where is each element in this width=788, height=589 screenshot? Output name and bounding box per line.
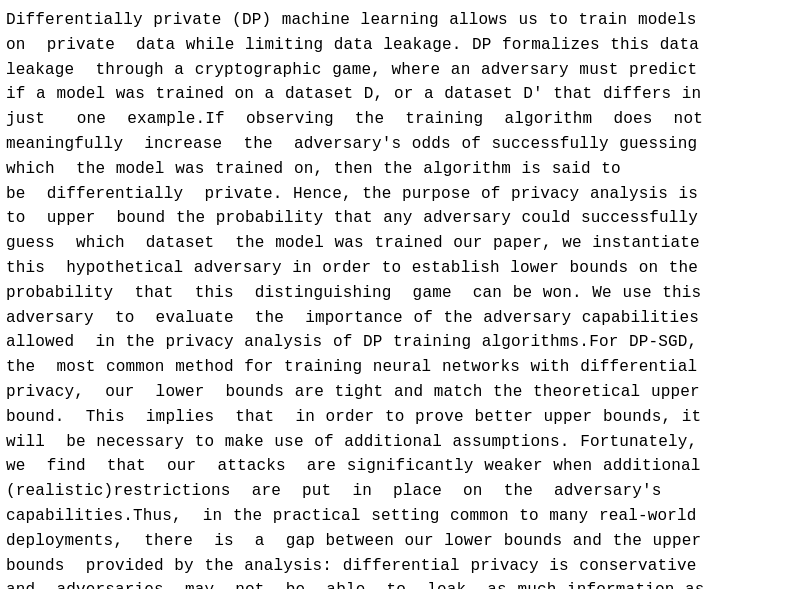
main-paragraph: Differentially private (DP) machine lear… xyxy=(6,8,782,589)
main-content: Differentially private (DP) machine lear… xyxy=(0,0,788,589)
